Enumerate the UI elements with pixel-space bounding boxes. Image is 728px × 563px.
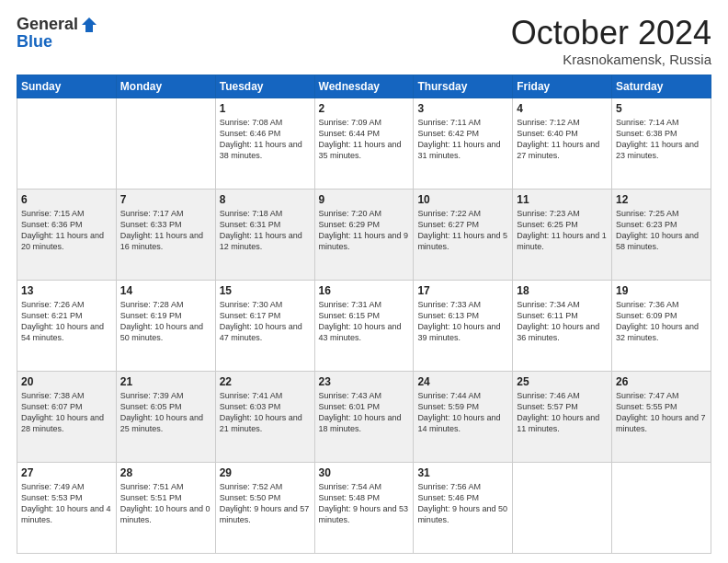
calendar-cell: 19Sunrise: 7:36 AMSunset: 6:09 PMDayligh… bbox=[612, 280, 711, 371]
day-number: 13 bbox=[21, 284, 112, 297]
calendar-cell: 10Sunrise: 7:22 AMSunset: 6:27 PMDayligh… bbox=[414, 189, 513, 280]
cell-text: Sunrise: 7:23 AMSunset: 6:25 PMDaylight:… bbox=[517, 208, 608, 253]
calendar-cell bbox=[612, 462, 711, 553]
cell-text: Sunrise: 7:38 AMSunset: 6:07 PMDaylight:… bbox=[21, 390, 112, 435]
svg-marker-0 bbox=[82, 17, 97, 32]
calendar-cell bbox=[513, 462, 612, 553]
day-number: 8 bbox=[220, 193, 311, 206]
header: General Blue October 2024 Krasnokamensk,… bbox=[17, 15, 711, 67]
calendar-cell: 2Sunrise: 7:09 AMSunset: 6:44 PMDaylight… bbox=[314, 98, 414, 189]
calendar-cell: 13Sunrise: 7:26 AMSunset: 6:21 PMDayligh… bbox=[17, 280, 117, 371]
day-number: 15 bbox=[220, 284, 311, 297]
day-number: 19 bbox=[616, 284, 707, 297]
cell-text: Sunrise: 7:36 AMSunset: 6:09 PMDaylight:… bbox=[616, 299, 707, 344]
cell-text: Sunrise: 7:15 AMSunset: 6:36 PMDaylight:… bbox=[21, 208, 112, 253]
day-number: 16 bbox=[319, 284, 410, 297]
calendar-cell: 29Sunrise: 7:52 AMSunset: 5:50 PMDayligh… bbox=[215, 462, 314, 553]
title-block: October 2024 Krasnokamensk, Russia bbox=[511, 15, 711, 67]
day-number: 11 bbox=[517, 193, 608, 206]
calendar-cell: 15Sunrise: 7:30 AMSunset: 6:17 PMDayligh… bbox=[215, 280, 314, 371]
cell-text: Sunrise: 7:52 AMSunset: 5:50 PMDaylight:… bbox=[220, 481, 311, 526]
cell-text: Sunrise: 7:41 AMSunset: 6:03 PMDaylight:… bbox=[220, 390, 311, 435]
calendar-cell: 25Sunrise: 7:46 AMSunset: 5:57 PMDayligh… bbox=[513, 371, 612, 462]
cell-text: Sunrise: 7:25 AMSunset: 6:23 PMDaylight:… bbox=[616, 208, 707, 253]
cell-text: Sunrise: 7:43 AMSunset: 6:01 PMDaylight:… bbox=[319, 390, 410, 435]
day-number: 23 bbox=[319, 375, 410, 388]
calendar-cell: 8Sunrise: 7:18 AMSunset: 6:31 PMDaylight… bbox=[215, 189, 314, 280]
calendar-cell: 30Sunrise: 7:54 AMSunset: 5:48 PMDayligh… bbox=[314, 462, 414, 553]
day-of-week-header: Sunday bbox=[17, 75, 117, 98]
logo-general-text: General bbox=[17, 15, 78, 34]
cell-text: Sunrise: 7:12 AMSunset: 6:40 PMDaylight:… bbox=[517, 117, 608, 162]
day-number: 31 bbox=[417, 466, 508, 479]
day-of-week-header: Tuesday bbox=[215, 75, 314, 98]
month-title: October 2024 bbox=[511, 15, 711, 52]
day-number: 29 bbox=[220, 466, 311, 479]
day-number: 3 bbox=[417, 102, 508, 115]
calendar-cell: 23Sunrise: 7:43 AMSunset: 6:01 PMDayligh… bbox=[314, 371, 414, 462]
calendar-cell: 14Sunrise: 7:28 AMSunset: 6:19 PMDayligh… bbox=[116, 280, 215, 371]
cell-text: Sunrise: 7:30 AMSunset: 6:17 PMDaylight:… bbox=[220, 299, 311, 344]
day-number: 18 bbox=[517, 284, 608, 297]
calendar-cell: 21Sunrise: 7:39 AMSunset: 6:05 PMDayligh… bbox=[116, 371, 215, 462]
day-number: 7 bbox=[120, 193, 211, 206]
day-number: 12 bbox=[616, 193, 707, 206]
cell-text: Sunrise: 7:22 AMSunset: 6:27 PMDaylight:… bbox=[417, 208, 508, 253]
cell-text: Sunrise: 7:46 AMSunset: 5:57 PMDaylight:… bbox=[517, 390, 608, 435]
calendar-week-row: 20Sunrise: 7:38 AMSunset: 6:07 PMDayligh… bbox=[17, 371, 711, 462]
day-number: 2 bbox=[319, 102, 410, 115]
cell-text: Sunrise: 7:09 AMSunset: 6:44 PMDaylight:… bbox=[319, 117, 410, 162]
day-of-week-header: Friday bbox=[513, 75, 612, 98]
cell-text: Sunrise: 7:11 AMSunset: 6:42 PMDaylight:… bbox=[417, 117, 508, 162]
day-number: 26 bbox=[616, 375, 707, 388]
calendar-cell: 1Sunrise: 7:08 AMSunset: 6:46 PMDaylight… bbox=[215, 98, 314, 189]
day-number: 4 bbox=[517, 102, 608, 115]
logo: General Blue bbox=[17, 15, 98, 52]
cell-text: Sunrise: 7:31 AMSunset: 6:15 PMDaylight:… bbox=[319, 299, 410, 344]
calendar-cell: 27Sunrise: 7:49 AMSunset: 5:53 PMDayligh… bbox=[17, 462, 117, 553]
day-number: 28 bbox=[120, 466, 211, 479]
cell-text: Sunrise: 7:17 AMSunset: 6:33 PMDaylight:… bbox=[120, 208, 211, 253]
cell-text: Sunrise: 7:08 AMSunset: 6:46 PMDaylight:… bbox=[220, 117, 311, 162]
calendar-cell: 17Sunrise: 7:33 AMSunset: 6:13 PMDayligh… bbox=[414, 280, 513, 371]
day-number: 6 bbox=[21, 193, 112, 206]
location: Krasnokamensk, Russia bbox=[511, 52, 711, 67]
calendar-cell: 22Sunrise: 7:41 AMSunset: 6:03 PMDayligh… bbox=[215, 371, 314, 462]
cell-text: Sunrise: 7:47 AMSunset: 5:55 PMDaylight:… bbox=[616, 390, 707, 435]
calendar-cell: 11Sunrise: 7:23 AMSunset: 6:25 PMDayligh… bbox=[513, 189, 612, 280]
cell-text: Sunrise: 7:26 AMSunset: 6:21 PMDaylight:… bbox=[21, 299, 112, 344]
calendar-cell: 3Sunrise: 7:11 AMSunset: 6:42 PMDaylight… bbox=[414, 98, 513, 189]
calendar-week-row: 6Sunrise: 7:15 AMSunset: 6:36 PMDaylight… bbox=[17, 189, 711, 280]
calendar-cell: 6Sunrise: 7:15 AMSunset: 6:36 PMDaylight… bbox=[17, 189, 117, 280]
day-number: 1 bbox=[220, 102, 311, 115]
cell-text: Sunrise: 7:44 AMSunset: 5:59 PMDaylight:… bbox=[417, 390, 508, 435]
calendar-week-row: 27Sunrise: 7:49 AMSunset: 5:53 PMDayligh… bbox=[17, 462, 711, 553]
day-number: 27 bbox=[21, 466, 112, 479]
page: General Blue October 2024 Krasnokamensk,… bbox=[0, 0, 728, 563]
cell-text: Sunrise: 7:34 AMSunset: 6:11 PMDaylight:… bbox=[517, 299, 608, 344]
day-number: 9 bbox=[319, 193, 410, 206]
calendar-week-row: 13Sunrise: 7:26 AMSunset: 6:21 PMDayligh… bbox=[17, 280, 711, 371]
calendar-cell: 26Sunrise: 7:47 AMSunset: 5:55 PMDayligh… bbox=[612, 371, 711, 462]
day-number: 5 bbox=[616, 102, 707, 115]
cell-text: Sunrise: 7:28 AMSunset: 6:19 PMDaylight:… bbox=[120, 299, 211, 344]
calendar-cell: 28Sunrise: 7:51 AMSunset: 5:51 PMDayligh… bbox=[116, 462, 215, 553]
calendar-cell: 16Sunrise: 7:31 AMSunset: 6:15 PMDayligh… bbox=[314, 280, 414, 371]
cell-text: Sunrise: 7:20 AMSunset: 6:29 PMDaylight:… bbox=[319, 208, 410, 253]
logo-blue-text: Blue bbox=[17, 32, 52, 52]
day-number: 20 bbox=[21, 375, 112, 388]
day-of-week-header: Monday bbox=[116, 75, 215, 98]
calendar-cell bbox=[17, 98, 117, 189]
day-number: 14 bbox=[120, 284, 211, 297]
calendar-week-row: 1Sunrise: 7:08 AMSunset: 6:46 PMDaylight… bbox=[17, 98, 711, 189]
calendar-cell: 5Sunrise: 7:14 AMSunset: 6:38 PMDaylight… bbox=[612, 98, 711, 189]
day-number: 25 bbox=[517, 375, 608, 388]
cell-text: Sunrise: 7:51 AMSunset: 5:51 PMDaylight:… bbox=[120, 481, 211, 526]
calendar-cell: 4Sunrise: 7:12 AMSunset: 6:40 PMDaylight… bbox=[513, 98, 612, 189]
calendar-cell: 31Sunrise: 7:56 AMSunset: 5:46 PMDayligh… bbox=[414, 462, 513, 553]
day-number: 30 bbox=[319, 466, 410, 479]
calendar-table: SundayMondayTuesdayWednesdayThursdayFrid… bbox=[17, 75, 711, 554]
day-number: 17 bbox=[417, 284, 508, 297]
logo-icon bbox=[80, 16, 98, 34]
cell-text: Sunrise: 7:56 AMSunset: 5:46 PMDaylight:… bbox=[417, 481, 508, 526]
